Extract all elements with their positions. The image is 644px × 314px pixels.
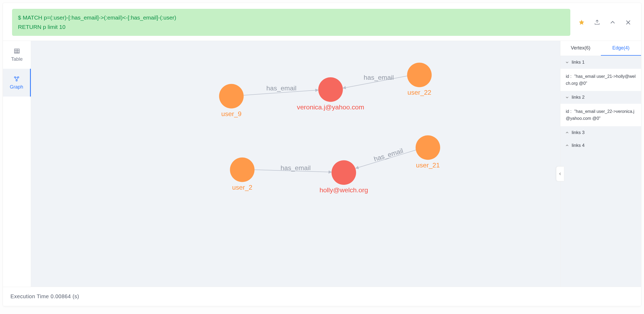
node-user-21[interactable] xyxy=(415,135,440,160)
footer: Execution Time 0.00864 (s) xyxy=(3,287,641,306)
node-label-user-2: user_2 xyxy=(232,184,252,191)
accordion-header-2[interactable]: links 2 xyxy=(560,91,641,104)
main-area: Table Graph has_email has_email has_e xyxy=(3,41,641,287)
id-value-1: "has_email user_21->holly@welch.org @0" xyxy=(566,74,636,86)
id-label: id : xyxy=(566,109,571,114)
node-user-22[interactable] xyxy=(407,63,432,87)
accordion-title-2: links 2 xyxy=(572,95,585,100)
node-label-holly: holly@welch.org xyxy=(320,187,368,194)
export-icon[interactable] xyxy=(593,19,601,26)
query-box: $MATCH p=(:user)-[:has_email]->(:email)<… xyxy=(12,9,570,36)
panel-collapse-handle[interactable] xyxy=(556,166,564,181)
panel-body: links 1 id : "has_email user_21->holly@w… xyxy=(560,56,641,287)
node-label-user-21: user_21 xyxy=(416,162,440,169)
id-label: id : xyxy=(566,74,571,79)
accordion-item-2: links 2 id : "has_email user_22->veronic… xyxy=(560,91,641,126)
accordion-item-3: links 3 xyxy=(560,126,641,139)
edge-label-3: has_email xyxy=(280,164,310,172)
accordion-item-4: links 4 xyxy=(560,139,641,152)
node-holly[interactable] xyxy=(332,160,356,185)
query-prompt: $ xyxy=(18,14,21,21)
chevron-down-icon xyxy=(565,95,569,99)
edge-label-2: has_email xyxy=(364,74,394,81)
close-icon[interactable] xyxy=(624,19,632,26)
tab-vertex[interactable]: Vertex(6) xyxy=(560,41,601,56)
accordion-title-3: links 3 xyxy=(572,130,585,135)
side-panel: Vertex(6) Edge(4) links 1 id : xyxy=(560,41,641,287)
collapse-up-icon[interactable] xyxy=(609,19,616,26)
side-tabs: Vertex(6) Edge(4) xyxy=(560,41,641,56)
id-value-2: "has_email user_22->veronica.j@yahoo.com… xyxy=(566,109,634,121)
tab-graph[interactable]: Graph xyxy=(3,69,31,97)
node-user-2[interactable] xyxy=(230,158,254,182)
accordion-content-1: id : "has_email user_21->holly@welch.org… xyxy=(560,69,641,91)
chevron-down-icon xyxy=(565,60,569,64)
query-line-1: MATCH p=(:user)-[:has_email]->(:email)<-… xyxy=(23,14,176,21)
header-actions xyxy=(578,19,632,26)
edge-label-4: has_email xyxy=(373,147,404,163)
star-icon[interactable] xyxy=(578,19,585,26)
node-label-user-22: user_22 xyxy=(407,89,431,96)
result-card: $MATCH p=(:user)-[:has_email]->(:email)<… xyxy=(3,3,641,306)
graph-canvas[interactable]: has_email has_email has_email has_email … xyxy=(31,41,560,287)
accordion-content-2: id : "has_email user_22->veronica.j@yaho… xyxy=(560,104,641,126)
accordion-title-4: links 4 xyxy=(572,143,585,148)
tab-graph-label: Graph xyxy=(10,84,23,90)
node-label-veronica: veronica.j@yahoo.com xyxy=(297,104,364,111)
chevron-up-icon xyxy=(565,144,569,147)
tab-edge-label: Edge(4) xyxy=(612,45,630,51)
execution-time: Execution Time 0.00864 (s) xyxy=(10,293,79,299)
edge-label-1: has_email xyxy=(266,85,296,92)
tab-table-label: Table xyxy=(11,56,23,62)
view-tabs: Table Graph xyxy=(3,41,31,287)
accordion-header-1[interactable]: links 1 xyxy=(560,56,641,69)
node-veronica[interactable] xyxy=(318,77,343,102)
accordion-title-1: links 1 xyxy=(572,60,585,65)
accordion-item-1: links 1 id : "has_email user_21->holly@w… xyxy=(560,56,641,91)
chevron-up-icon xyxy=(565,131,569,135)
accordion-header-4[interactable]: links 4 xyxy=(560,139,641,152)
header-row: $MATCH p=(:user)-[:has_email]->(:email)<… xyxy=(3,3,641,41)
tab-vertex-label: Vertex(6) xyxy=(571,45,590,51)
accordion-header-3[interactable]: links 3 xyxy=(560,126,641,139)
query-line-2: RETURN p limit 10 xyxy=(18,22,564,32)
node-label-user-9: user_9 xyxy=(221,110,241,117)
svg-rect-0 xyxy=(14,49,19,53)
tab-table[interactable]: Table xyxy=(3,41,31,69)
node-user-9[interactable] xyxy=(219,84,244,109)
tab-edge[interactable]: Edge(4) xyxy=(601,41,641,56)
